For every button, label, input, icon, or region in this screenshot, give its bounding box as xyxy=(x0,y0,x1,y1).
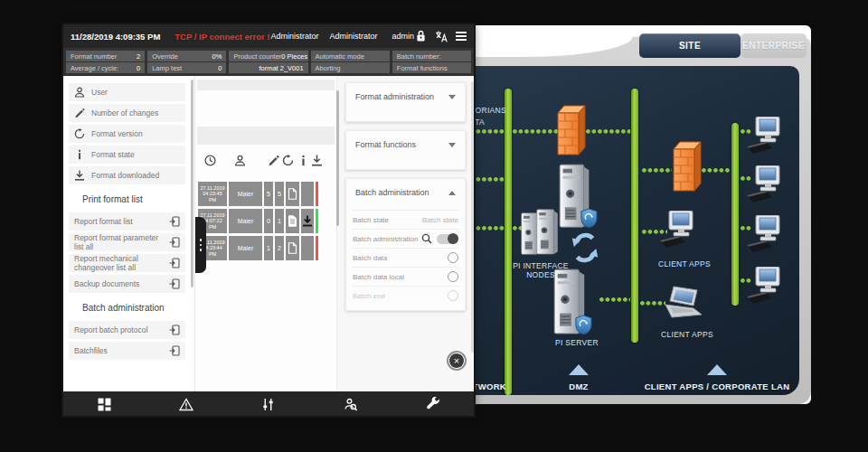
row-batch-administration: Batch administration xyxy=(353,229,458,248)
section-batch-administration: Batch administration xyxy=(82,303,194,313)
app-body: User Number of changes Format version Fo… xyxy=(63,76,474,391)
table-row[interactable]: 27.11.2019 04:23:44 PM Maier 1 2 xyxy=(198,236,318,260)
cell-version: 1 xyxy=(275,209,284,233)
user-column-icon xyxy=(234,155,246,166)
cell-changes: 1 xyxy=(264,236,273,260)
language-icon[interactable] xyxy=(435,31,448,42)
client-apps-laptop-icon xyxy=(662,286,707,320)
cell-download[interactable] xyxy=(301,236,314,260)
row-batch-state: Batch state Batch state xyxy=(353,210,458,229)
batch-data-radio[interactable] xyxy=(448,252,458,263)
user-role: Administrator xyxy=(270,32,318,41)
batch-end-radio[interactable] xyxy=(448,290,458,301)
sidebar-item-label: User xyxy=(91,88,108,97)
accordion-header[interactable]: Format administration xyxy=(346,83,465,107)
accordion-format-administration: Format administration xyxy=(345,82,466,122)
info-icon xyxy=(74,149,85,160)
accordion-body-collapsed xyxy=(346,155,465,169)
download-column-icon xyxy=(311,155,323,166)
sidebar-item-report-mechanical-changeover-list[interactable]: Report mechanical changeover list all xyxy=(69,254,185,272)
pi-interface-nodes-icon xyxy=(520,209,563,261)
accordion-header[interactable]: Format functions xyxy=(346,131,465,155)
status-value: 0 Pieces xyxy=(281,52,307,61)
status-bar xyxy=(316,209,318,233)
cell-version: 5 xyxy=(275,182,284,206)
table-row[interactable]: 27.11.2019 04:23:45 PM Maier 5 5 xyxy=(198,182,318,206)
download-active-icon xyxy=(302,215,313,227)
menu-icon[interactable] xyxy=(456,32,467,41)
cell-document[interactable] xyxy=(286,209,299,233)
lock-icon[interactable] xyxy=(415,30,427,42)
status-label: Lamp test xyxy=(152,64,182,72)
history-column-icon xyxy=(282,155,294,166)
row-batch-data-local: Batch data local xyxy=(353,267,458,286)
export-icon xyxy=(169,345,180,356)
audit-trail-button[interactable] xyxy=(309,391,392,417)
cell-download[interactable] xyxy=(301,182,314,206)
batch-admin-toggle[interactable] xyxy=(437,234,458,244)
accordion-body-collapsed xyxy=(346,107,465,121)
status-label: Batch number: xyxy=(397,52,441,61)
document-filled-icon xyxy=(288,215,297,227)
dashboard-button[interactable] xyxy=(63,391,146,417)
status-row: Format number2 Override0% Product counte… xyxy=(66,51,471,61)
batch-data-local-radio[interactable] xyxy=(448,271,458,282)
clock-column-icon xyxy=(204,155,216,166)
list-scrollbar[interactable] xyxy=(336,90,339,226)
alarms-button[interactable] xyxy=(146,391,228,417)
sidebar-item-label: Number of changes xyxy=(91,108,158,118)
sidebar-item-label: Format state xyxy=(91,150,135,159)
network-bus-left xyxy=(505,89,512,395)
cell-document[interactable] xyxy=(286,182,299,206)
status-cell: Automatic mode xyxy=(311,51,390,61)
drawer-handle[interactable] xyxy=(195,217,206,273)
export-icon xyxy=(169,216,180,227)
row-label: Batch end xyxy=(353,292,385,300)
tab-site[interactable]: SITE xyxy=(639,33,741,58)
sidebar-item-format-state[interactable]: Format state xyxy=(69,146,185,164)
connector-dots xyxy=(642,168,672,173)
table-row[interactable]: 27.11.2019 04:07:22 PM Maier 0 1 xyxy=(198,209,318,233)
export-icon xyxy=(169,258,180,268)
network-bus-corporate xyxy=(731,123,739,306)
status-row: Average / cycle:0 Lamp test0 format 2_V0… xyxy=(66,62,471,73)
row-label: Batch data local xyxy=(353,273,404,281)
dmz-pointer-icon xyxy=(569,364,589,375)
row-label: Batch data xyxy=(353,254,387,262)
user-login[interactable]: admin xyxy=(392,32,415,41)
sidebar-item-report-format-parameter-list[interactable]: Report format parameter list all xyxy=(69,233,185,251)
connector-dots xyxy=(599,297,630,302)
sidebar-item-batchfiles[interactable]: Batchfiles xyxy=(69,342,185,360)
panel-scrollbar[interactable] xyxy=(471,81,474,353)
empty-row xyxy=(197,80,335,90)
cell-date: 27.11.2019 04:23:45 PM xyxy=(198,182,227,206)
sidebar-item-format-version[interactable]: Format version xyxy=(69,125,185,143)
accordion-title: Format functions xyxy=(355,140,416,149)
export-icon xyxy=(169,278,180,289)
status-label: Format number xyxy=(71,52,117,61)
cell-download[interactable] xyxy=(301,209,314,233)
accordion-header[interactable]: Batch administration xyxy=(346,179,465,202)
search-icon[interactable] xyxy=(421,233,432,244)
screen: SITE ENTERPRISE xyxy=(0,0,868,452)
sidebar-item-number-of-changes[interactable]: Number of changes xyxy=(69,104,185,122)
settings-button[interactable] xyxy=(228,391,310,417)
sidebar-item-report-format-list[interactable]: Report format list xyxy=(69,212,185,231)
sidebar-item-user[interactable]: User xyxy=(69,83,185,101)
sidebar-item-backup-documents[interactable]: Backup documents xyxy=(69,275,185,293)
sidebar-item-report-batch-protocol[interactable]: Report batch protocol xyxy=(69,321,185,339)
close-overlay-button[interactable] xyxy=(447,351,467,371)
sidebar-scrollbar[interactable] xyxy=(191,80,193,287)
service-button[interactable] xyxy=(392,391,474,417)
pencil-icon xyxy=(74,108,85,118)
firewall-icon xyxy=(555,104,588,158)
document-icon xyxy=(288,242,297,254)
sidebar-item-format-downloaded[interactable]: Format downloaded xyxy=(69,166,185,184)
status-cell: Format number2 xyxy=(66,51,145,61)
tab-enterprise[interactable]: ENTERPRISE xyxy=(741,33,807,58)
wrench-icon xyxy=(426,397,440,411)
cell-document[interactable] xyxy=(286,236,299,260)
site-tabs: SITE ENTERPRISE xyxy=(639,33,807,58)
datetime: 11/28/2019 4:09:35 PM xyxy=(71,32,160,42)
status-cell: Override0% xyxy=(147,51,226,61)
